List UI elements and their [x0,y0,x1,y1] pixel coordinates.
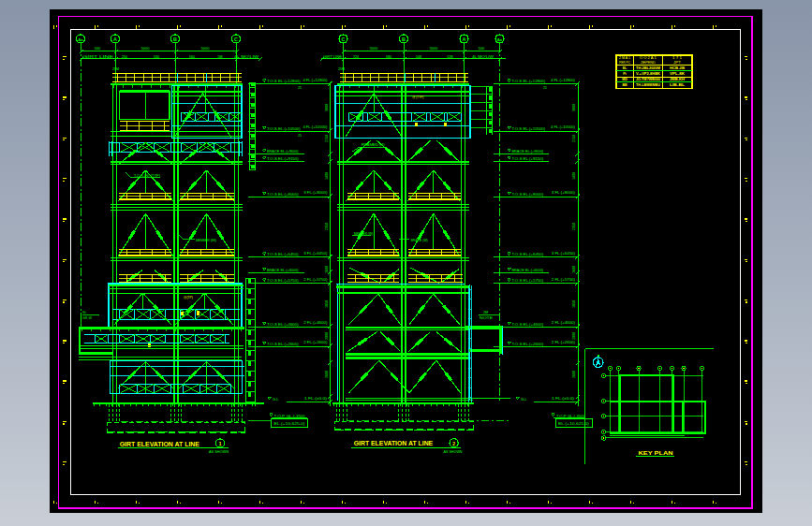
svg-text:FRAMED (4): FRAMED (4) [362,143,386,147]
svg-text:2350: 2350 [572,223,576,230]
svg-text:2 M A 1: 2 M A 1 [619,56,630,60]
svg-text:JIEPEND: JIEPEND [641,61,657,65]
svg-text:JMB-KH: JMB-KH [670,78,685,81]
svg-text:G.L: G.L [521,397,527,402]
svg-text:2: 2 [452,442,455,446]
svg-text:C: C [234,37,238,42]
svg-text:BRACE EL.(+6000): BRACE EL.(+6000) [512,268,544,272]
svg-text:2000: 2000 [572,332,576,340]
svg-text:2150: 2150 [325,135,329,142]
svg-text:B: B [173,37,177,42]
svg-text:MD: MD [622,78,627,81]
svg-text:1600: 1600 [325,266,329,273]
svg-text:5000: 5000 [430,46,438,51]
svg-text:3 FL.(+6450): 3 FL.(+6450) [303,251,328,256]
svg-text:1 FL.(±0.0): 1 FL.(±0.0) [552,396,575,401]
svg-text:2 FL.(+2600): 2 FL.(+2600) [303,340,328,344]
svg-text:4 FL.(+12800): 4 FL.(+12800) [551,78,576,82]
svg-text:AS SHOWN: AS SHOWN [444,450,463,454]
svg-text:530: 530 [154,55,159,59]
svg-text:V-+VP2-8HBK: V-+VP2-8HBK [636,72,660,76]
svg-text:T.O.P GL.(-350): T.O.P GL.(-350) [274,414,306,418]
svg-text:T.O.S.(N) (TYP): T.O.S.(N) (TYP) [134,174,161,178]
svg-text:4L MO'LIW: 4L MO'LIW [234,55,259,59]
svg-text:4 FL.(+10500): 4 FL.(+10500) [303,124,328,129]
svg-text:GR W: GR W [82,316,92,320]
svg-text:T.O.S EL.(+5750): T.O.S EL.(+5750) [267,278,299,283]
svg-text:500: 500 [479,46,485,51]
svg-text:T.O.S EL.(+4600): T.O.S EL.(+4600) [267,322,299,327]
svg-text:2600: 2600 [572,371,576,378]
svg-text:LIB-BL: LIB-BL [670,83,686,87]
svg-text:5000: 5000 [141,46,150,51]
svg-text:O O 2 A 1: O O 2 A 1 [640,56,657,60]
svg-text:GIRT ELEVATION AT LINE: GIRT ELEVATION AT LINE [354,440,434,446]
svg-text:2 FL.(+4600): 2 FL.(+4600) [552,320,576,325]
svg-text:G.L: G.L [273,397,279,402]
svg-text:SL: SL [82,311,86,314]
svg-text:3800: 3800 [325,104,329,111]
svg-text:TH-2BL2020M: TH-2BL2020M [636,66,660,70]
svg-text:AS SHOWN: AS SHOWN [209,450,229,454]
svg-text:JPT: JPT [673,61,681,65]
svg-text:4L MO'LIW: 4L MO'LIW [472,55,495,59]
svg-text:4 FL.(+10500): 4 FL.(+10500) [551,124,576,129]
svg-text:T.O.S EL.(+9150): T.O.S EL.(+9150) [512,156,544,161]
svg-text:3 FL.(+8000): 3 FL.(+8000) [303,190,328,195]
svg-text:@(TP): @(TP) [184,296,194,300]
svg-text:A: A [463,37,466,42]
svg-text:2000: 2000 [325,332,329,340]
svg-text:T.O.S EL.(+10500): T.O.S EL.(+10500) [512,126,546,131]
svg-text:TH-LBMMMBU: TH-LBMMMBU [636,83,660,87]
svg-text:3 FL.(+6450): 3 FL.(+6450) [552,251,576,256]
svg-text:1850: 1850 [325,300,329,308]
svg-text:T.O.S EL.(+4600): T.O.S EL.(+4600) [512,322,544,327]
svg-text:2M: 2M [483,311,488,314]
svg-text:BRACE (W): BRACE (W) [411,239,429,242]
svg-text:BRACE EL.(+9600): BRACE EL.(+9600) [267,149,299,153]
svg-text:Aa: Aa [78,37,83,42]
svg-text:580: 580 [386,55,391,59]
svg-text:560: 560 [189,55,195,59]
svg-text:2600: 2600 [325,371,329,378]
svg-text:2350: 2350 [325,223,329,230]
svg-text:5M: 5M [218,55,223,59]
svg-text:2 FL.(+5750): 2 FL.(+5750) [552,277,576,282]
svg-text:3 FL.(+8000): 3 FL.(+8000) [552,190,576,195]
svg-text:T.O.S EL.(+8000): T.O.S EL.(+8000) [512,192,544,197]
svg-text:NOTE: NOTE [480,316,494,320]
svg-text:@ (TYP): @ (TYP) [412,95,424,99]
svg-text:BRACE EL.(+9600): BRACE EL.(+9600) [512,149,544,153]
svg-text:T.O.S EL.(+6450): T.O.S EL.(+6450) [512,252,544,256]
svg-text:1850: 1850 [572,300,576,308]
svg-text:2 FL.(+4600): 2 FL.(+4600) [303,320,328,325]
svg-text:T.O.S EL.(+6450): T.O.S EL.(+6450) [267,252,299,256]
svg-text:25: 25 [543,86,547,90]
svg-text:GIRT ELEVATION AT LINE: GIRT ELEVATION AT LINE [120,441,200,447]
svg-text:5000: 5000 [201,46,210,51]
svg-text:2 FL.(+2600): 2 FL.(+2600) [552,340,576,344]
svg-text:T.O.S EL.(+12800): T.O.S EL.(+12800) [267,79,301,83]
svg-text:548: 548 [416,55,421,59]
svg-text:MEMBER (W): MEMBER (W) [354,232,374,236]
svg-text:500: 500 [95,46,101,51]
svg-text:T.O.P GL.(-350): T.O.P GL.(-350) [556,414,585,418]
svg-text:25: 25 [298,134,302,138]
svg-text:1400: 1400 [325,172,329,180]
svg-text:B: B [402,37,406,42]
svg-text:724: 724 [353,55,359,59]
svg-text:52B: 52B [447,55,453,59]
svg-text:T.O.S EL.(+9150): T.O.S EL.(+9150) [267,156,299,161]
svg-text:KEY PLAN: KEY PLAN [639,450,673,456]
svg-text:Aa: Aa [497,37,503,42]
svg-text:MEMBER (8K): MEMBER (8K) [196,239,217,242]
svg-text:2150: 2150 [572,135,576,142]
svg-text:T.O.S EL.(+10500): T.O.S EL.(+10500) [267,126,301,131]
svg-text:5000: 5000 [370,46,378,51]
svg-text:JO-TIE7WB000: JO-TIE7WB000 [636,78,660,81]
svg-text:C: C [342,37,346,42]
svg-text:T.O.S EL.(+2600): T.O.S EL.(+2600) [267,342,299,346]
svg-text:GIRT LINE: GIRT LINE [82,55,114,59]
svg-text:PER PC: PER PC [619,61,631,65]
svg-text:GIRT LINE: GIRT LINE [323,55,342,59]
